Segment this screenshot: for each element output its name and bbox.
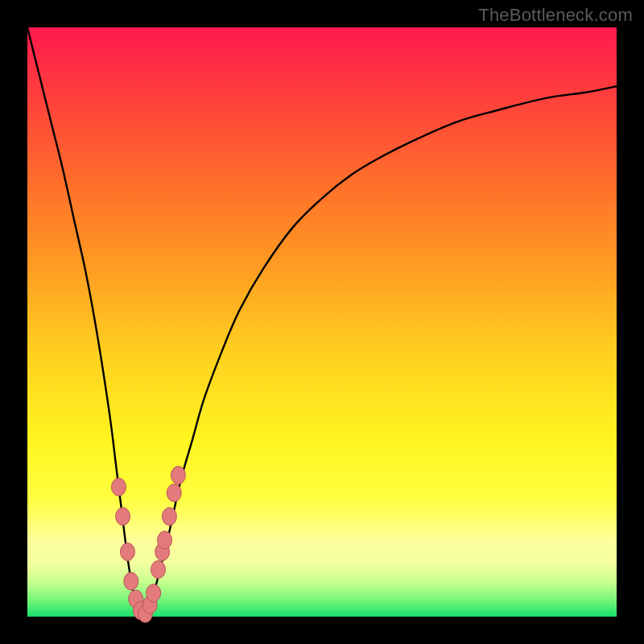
curve-marker [151,560,166,578]
curve-marker [116,508,130,526]
plot-area [27,27,617,617]
curve-marker [162,508,176,526]
curve-marker [167,484,181,502]
curve-marker [158,531,172,549]
frame: TheBottleneck.com [0,0,644,644]
chart-svg [27,27,617,617]
curve-marker [171,466,185,484]
bottleneck-curve [27,27,617,617]
curve-marker [124,572,138,590]
watermark-text: TheBottleneck.com [478,5,633,26]
curve-marker [147,584,161,602]
curve-markers [111,466,185,622]
curve-marker [111,478,126,496]
curve-marker [120,543,134,560]
